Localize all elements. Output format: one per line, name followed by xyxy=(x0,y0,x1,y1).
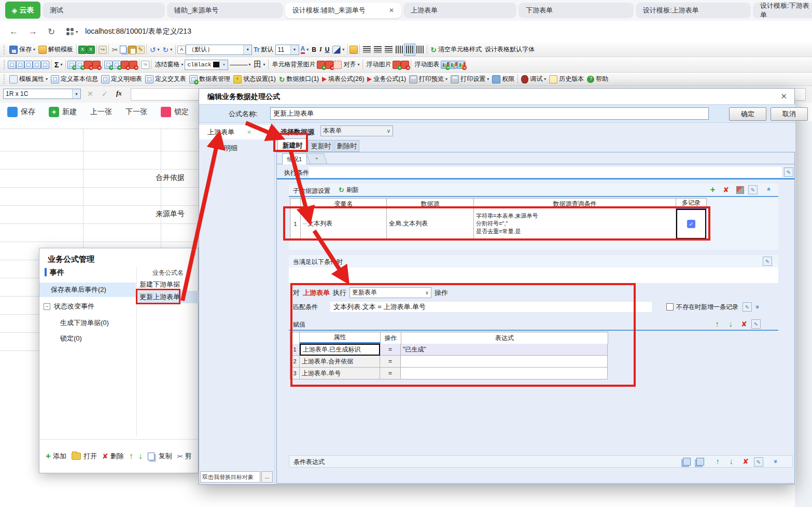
permissions-button[interactable]: 权限 xyxy=(491,74,516,85)
form-next-button[interactable]: 下一张 xyxy=(125,107,147,117)
vertical-text-right-button[interactable] xyxy=(415,44,425,55)
import-excel-icon[interactable]: X xyxy=(78,46,87,54)
assign-edit-icon[interactable]: ✎ xyxy=(751,319,761,329)
exec-condition-input[interactable] xyxy=(309,167,782,177)
col-multi-record[interactable]: 多记录 xyxy=(676,199,707,209)
clear-cell-style-button[interactable]: ↻清空单元格样式 xyxy=(429,44,483,55)
remove-format-icon[interactable]: % xyxy=(141,61,149,69)
tab-on-create[interactable]: 新建时 xyxy=(277,138,307,152)
history-versions-button[interactable]: 历史版本 xyxy=(548,74,585,85)
delete-subsource-icon[interactable]: ✘ xyxy=(723,186,729,194)
datasource-select[interactable]: 本表单∨ xyxy=(320,125,393,136)
row-operation[interactable]: = xyxy=(380,344,401,356)
move-down-icon[interactable]: ↓ xyxy=(138,452,143,461)
new-case-tab[interactable]: * xyxy=(306,153,328,164)
browser-tab-design-upstream[interactable]: 设计模板:上游表单 xyxy=(636,3,751,18)
tab-close-icon[interactable]: ✕ xyxy=(389,7,394,14)
bold-button[interactable]: B xyxy=(310,44,318,55)
data-interface-button[interactable]: ↻数据接口(1) xyxy=(277,74,320,85)
define-cross-table-button[interactable]: 定义交叉表 xyxy=(144,74,188,85)
browser-tab-design-aux-source[interactable]: 设计模板:辅助_来源单号 ✕ xyxy=(285,3,401,18)
col-expression[interactable]: 表达式 xyxy=(401,332,608,344)
replace-more-button[interactable]: ... xyxy=(261,471,273,483)
case-tab[interactable]: 情况1 xyxy=(282,153,307,164)
target-item-upstream[interactable]: 上游表单 ✕ xyxy=(199,125,274,139)
tree-item-gen-downstream[interactable]: 生成下游单据(0) xyxy=(39,316,136,330)
browser-tab-test[interactable]: 测试 xyxy=(43,3,165,18)
italic-button[interactable]: I xyxy=(318,44,324,55)
bg-image-frame-icon[interactable] xyxy=(333,61,342,69)
assign-row-2[interactable]: 2 上游表单.合并依据 = xyxy=(290,356,608,368)
insert-condition-icon[interactable] xyxy=(683,458,691,466)
remove-chart-icon[interactable] xyxy=(457,61,466,69)
row-expression[interactable] xyxy=(401,356,608,368)
line-style-button[interactable]: ———▾ xyxy=(228,59,252,71)
form-save-button[interactable]: 保存 xyxy=(7,107,35,117)
font-color-button[interactable]: A▾ xyxy=(299,44,311,55)
debug-button[interactable]: 调试▾ xyxy=(520,74,548,85)
append-table-row-icon[interactable] xyxy=(76,61,84,69)
align-left-button[interactable] xyxy=(361,44,372,55)
browser-tab-upstream[interactable]: 上游表单 xyxy=(403,3,516,18)
font-style-icon[interactable]: A xyxy=(177,46,186,54)
row-datasource[interactable]: 全局.文本列表 xyxy=(387,209,474,239)
row-attribute[interactable]: 上游表单.已生成标识 xyxy=(300,344,380,356)
define-detail-table-button[interactable]: 定义明细表 xyxy=(100,74,144,85)
forward-icon[interactable]: → xyxy=(29,26,37,37)
dialog-close-icon[interactable]: ✕ xyxy=(780,92,787,101)
action-target[interactable]: 上游表单 xyxy=(303,288,330,298)
row-query-condition[interactable]: 字符串=本表单.来源单号 分割符号="," 是否去重=常量.是 xyxy=(474,209,676,239)
add-chart-icon[interactable] xyxy=(441,61,449,69)
not-exist-checkbox[interactable] xyxy=(666,303,674,311)
browser-tab-design-downstream[interactable]: 设计模板:下游表单 xyxy=(753,3,812,18)
copy-button[interactable]: 复制 xyxy=(148,452,172,461)
col-operation[interactable]: 操作 xyxy=(381,332,401,344)
collapse-panel-icon[interactable]: « xyxy=(766,188,773,191)
formula-confirm-icon[interactable]: ✓ xyxy=(102,90,108,98)
assign-row-3[interactable]: 3 上游表单.单号 = xyxy=(290,368,608,379)
tree-item-lock[interactable]: 锁定(0) xyxy=(39,331,136,346)
match-edit-icon[interactable]: ✎ xyxy=(743,302,752,312)
reload-icon[interactable]: ↻ xyxy=(48,26,55,37)
remove-floating-image-icon[interactable] xyxy=(401,61,409,69)
delete-columns-icon[interactable] xyxy=(129,61,137,69)
delete-column-icon[interactable] xyxy=(121,61,129,69)
when-condition-area[interactable] xyxy=(289,267,778,283)
underline-button[interactable]: U xyxy=(324,44,331,55)
row-operation[interactable]: = xyxy=(380,368,401,379)
delete-table-rows-icon[interactable] xyxy=(92,61,101,69)
copy-icon[interactable] xyxy=(120,46,127,53)
add-bg-image-icon[interactable] xyxy=(317,61,325,69)
collapse-box-icon[interactable]: − xyxy=(44,303,50,310)
font-name-combo[interactable]: （默认）▾ xyxy=(186,45,252,55)
cond-edit-icon[interactable]: ✎ xyxy=(754,457,763,467)
delete-table-row-icon[interactable] xyxy=(84,61,92,69)
align-center-button[interactable] xyxy=(372,44,383,55)
font-size-combo[interactable]: 11▾ xyxy=(275,45,299,55)
cancel-button[interactable]: 取消 xyxy=(771,107,808,121)
apps-grid-icon[interactable] xyxy=(66,28,74,35)
form-prev-button[interactable]: 上一张 xyxy=(90,107,112,117)
row-expression[interactable] xyxy=(401,368,608,379)
define-basic-info-button[interactable]: 定义基本信息 xyxy=(49,74,100,85)
merge-cells-icon[interactable] xyxy=(8,61,16,69)
help-button[interactable]: ?帮助 xyxy=(585,74,610,85)
multi-record-checkbox[interactable]: ✓ xyxy=(687,220,695,228)
cond-delete-icon[interactable]: ✘ xyxy=(743,457,749,466)
remove-target-icon[interactable]: ✕ xyxy=(247,129,251,136)
save-button[interactable]: 保存▾ xyxy=(8,44,37,55)
paste-icon[interactable] xyxy=(128,46,136,54)
row-attribute[interactable]: 上游表单.合并依据 xyxy=(300,356,380,368)
move-subsource-icon[interactable] xyxy=(736,186,744,194)
form-new-button[interactable]: +新建 xyxy=(49,107,77,117)
redo-button[interactable]: ↻▾ xyxy=(161,44,174,55)
cell-source-number[interactable]: 来源单号 xyxy=(156,209,196,219)
back-icon[interactable]: ← xyxy=(9,26,18,37)
row-operation[interactable]: = xyxy=(380,356,401,368)
fill-color-button[interactable]: ▾ xyxy=(331,44,346,55)
when-edit-icon[interactable]: ✎ xyxy=(763,257,772,266)
cell-lock-icon[interactable] xyxy=(349,46,358,54)
row-multi-record-cell[interactable]: ✓ xyxy=(676,209,706,239)
expand-panel-icon[interactable]: » xyxy=(754,305,761,309)
border-color-combo[interactable]: clBlack▾ xyxy=(185,60,228,70)
